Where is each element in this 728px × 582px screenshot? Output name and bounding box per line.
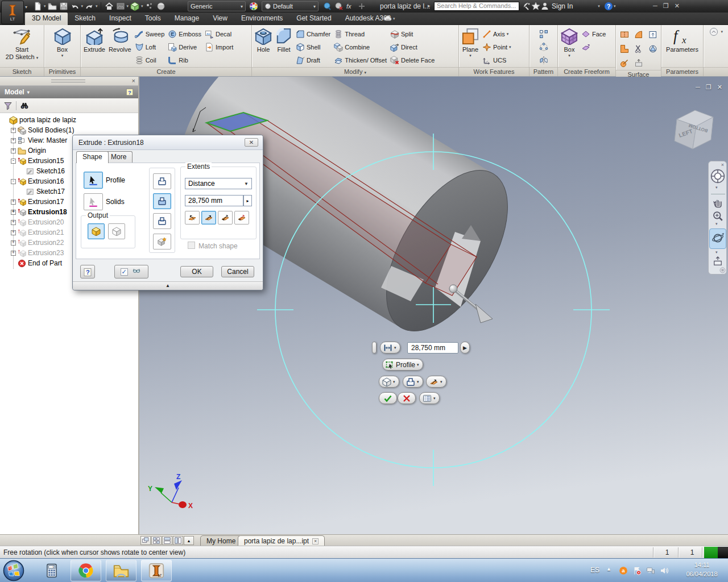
ribbon-small-button[interactable]: Face [580, 27, 607, 40]
application-menu-dropdown[interactable]: ▾ [25, 5, 27, 10]
open-file-icon[interactable] [48, 2, 57, 11]
ribbon-collapse-dropdown[interactable]: ▾ [721, 30, 723, 34]
taskbar-inventor-button[interactable]: LT [141, 560, 172, 581]
appearance-combo[interactable]: Default▾ [262, 1, 318, 11]
ribbon-icon-button[interactable] [537, 53, 550, 66]
tree-expand-box[interactable]: + [11, 148, 16, 153]
screenshot-icon[interactable] [116, 2, 125, 11]
window-vsplit-icon[interactable] [173, 536, 183, 545]
ribbon-small-button[interactable]: Coil [133, 53, 167, 66]
navbar-close-icon[interactable]: × [721, 162, 724, 168]
find-icon[interactable] [20, 101, 29, 110]
tree-expand-box[interactable]: + [11, 199, 16, 205]
minitoolbar-apply-button[interactable] [379, 392, 397, 404]
ribbon-small-button[interactable]: Derive [166, 40, 203, 53]
panel-caption-primitives[interactable]: Primitives [44, 67, 80, 76]
new-solid-button[interactable] [153, 234, 171, 250]
zoom-dropdown[interactable]: ▾ [715, 222, 718, 226]
new-file-dropdown[interactable]: ▾ [44, 4, 46, 9]
ribbon-icon-button[interactable] [618, 56, 631, 70]
app-minimize-button[interactable]: ─ [653, 2, 657, 10]
fillet-button[interactable]: Fillet [274, 27, 294, 55]
parameters-button[interactable]: fx Parameters [664, 27, 700, 55]
tray-clock[interactable]: 14:11 06/04/2018 [678, 561, 726, 579]
tab-close-icon[interactable]: × [312, 538, 318, 544]
minitoolbar-output-button[interactable]: ▾ [379, 376, 399, 388]
panel-caption-modify[interactable]: Modify ▾ [252, 67, 458, 76]
doc-minimize-button[interactable]: ─ [696, 84, 700, 91]
ok-button[interactable]: OK [180, 266, 213, 277]
cancel-button[interactable]: Cancel [221, 266, 254, 277]
start-button[interactable] [2, 559, 25, 582]
ribbon-small-button[interactable]: Rib [166, 53, 203, 66]
ribbon-small-button[interactable]: Import [203, 40, 235, 53]
taskbar-chrome-button[interactable] [71, 560, 101, 581]
search-input[interactable]: Search Help & Commands... [434, 2, 519, 11]
material-sphere-icon[interactable] [156, 2, 166, 11]
profile-select-button[interactable] [84, 172, 103, 189]
ribbon-tab[interactable]: Sketch [68, 13, 102, 25]
boolean-intersect-button[interactable] [153, 213, 171, 229]
minitoolbar-profile-button[interactable]: Profile ▾ [382, 359, 423, 371]
appearance-adjust-icon[interactable] [323, 2, 332, 11]
tree-expand-box[interactable]: - [11, 159, 16, 164]
ribbon-icon-button[interactable] [618, 28, 631, 41]
zoom-icon[interactable] [712, 210, 723, 222]
doc-close-button[interactable]: ✕ [717, 84, 722, 91]
language-indicator[interactable]: ES [590, 566, 599, 574]
panel-caption-sketch[interactable]: Sketch [0, 67, 44, 76]
browser-help-icon[interactable]: ? [126, 88, 134, 96]
navbar-menu-icon[interactable] [719, 267, 726, 273]
panel-caption-create[interactable]: Create [81, 67, 251, 76]
save-icon[interactable] [59, 2, 68, 11]
panel-caption-work[interactable]: Work Features [459, 67, 529, 76]
tree-expand-box[interactable]: + [11, 251, 16, 256]
solids-select-button[interactable] [84, 193, 103, 210]
pan-hand-icon[interactable] [712, 197, 723, 208]
orbit-dropdown[interactable]: ▾ [715, 250, 718, 255]
undo-dropdown[interactable]: ▾ [81, 4, 84, 9]
dialog-help-button[interactable]: ? [80, 265, 95, 278]
ribbon-icon-button[interactable] [537, 40, 550, 53]
tabs-expand-icon[interactable]: ▲ [184, 536, 194, 545]
ribbon-small-button[interactable]: Loft [133, 40, 167, 53]
browser-close-icon[interactable]: × [132, 77, 135, 84]
revolve-button[interactable]: Revolve [107, 27, 133, 55]
ribbon-small-button[interactable]: Combine [332, 40, 388, 53]
add-qat-icon[interactable] [357, 2, 366, 11]
output-solid-button[interactable] [88, 223, 105, 239]
match-shape-checkbox[interactable] [188, 242, 195, 249]
favorites-star-icon[interactable] [531, 2, 540, 11]
tree-item[interactable]: + Solid Bodies(1) [0, 125, 138, 135]
new-file-icon[interactable] [33, 2, 42, 11]
ribbon-small-button[interactable]: Decal [203, 27, 235, 40]
output-surface-button[interactable] [108, 223, 125, 239]
ribbon-small-button[interactable]: Thread [332, 27, 388, 40]
ribbon-small-button[interactable]: Axis▾ [481, 27, 513, 40]
tree-expand-box[interactable]: + [11, 220, 16, 225]
cloud-dropdown[interactable]: ▾ [393, 16, 395, 21]
color-wheel-icon[interactable] [249, 2, 258, 11]
application-menu-button[interactable]: LT [1, 1, 24, 24]
tree-item[interactable]: porta lapiz de lapiz [0, 115, 138, 125]
ribbon-small-button[interactable]: E Emboss [166, 27, 203, 40]
ribbon-icon-button[interactable] [646, 42, 660, 56]
tree-expand-box[interactable]: + [11, 138, 16, 143]
panel-caption-parameters[interactable]: Parameters [661, 67, 703, 76]
navwheel-dropdown[interactable]: ▾ [715, 185, 718, 190]
start-2d-sketch-button[interactable]: Start 2D Sketch ▾ [4, 27, 40, 61]
freeform-box-button[interactable]: Box ▾ [559, 27, 580, 59]
ribbon-icon-button[interactable] [632, 56, 646, 70]
help-icon[interactable]: ? [604, 2, 613, 11]
app-close-button[interactable]: ✕ [675, 2, 680, 10]
ribbon-small-button[interactable]: Chamfer [294, 27, 332, 40]
filter-icon[interactable] [3, 101, 13, 110]
ribbon-small-button[interactable]: Thicken/ Offset [332, 53, 388, 66]
minitoolbar-next-button[interactable]: ▶ [460, 342, 470, 354]
ribbon-small-button[interactable]: Sweep [133, 27, 167, 40]
distance-input[interactable] [185, 195, 243, 206]
minitoolbar-options-button[interactable]: ▾ [419, 392, 440, 404]
hole-button[interactable]: Hole [253, 27, 274, 55]
ribbon-small-button[interactable]: UCS▾ [481, 53, 513, 66]
tree-expand-box[interactable]: + [11, 240, 16, 246]
